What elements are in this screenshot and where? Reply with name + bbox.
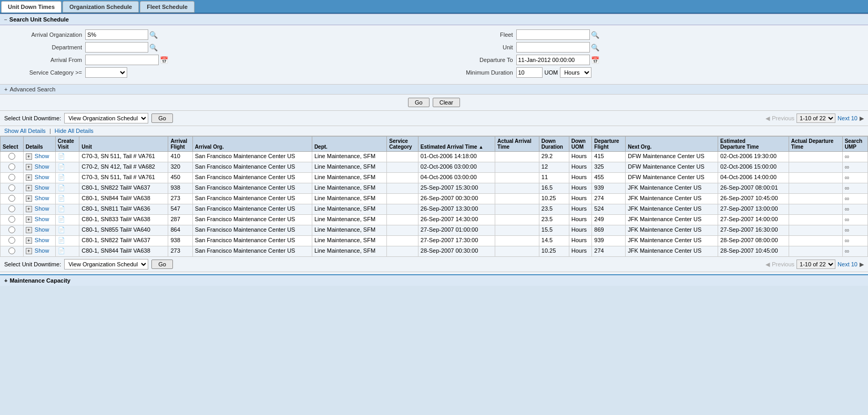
row-expand-icon-9[interactable]: + bbox=[26, 248, 32, 254]
search-toggle-icon[interactable]: − bbox=[4, 17, 7, 23]
row-create-visit-8[interactable]: 📄 bbox=[55, 236, 79, 246]
row-expand-icon-1[interactable]: + bbox=[26, 164, 32, 170]
infinity-icon-8[interactable]: ∞ bbox=[845, 237, 850, 244]
tab-unit-down-times[interactable]: Unit Down Times bbox=[1, 1, 62, 13]
downtime-dropdown-bottom[interactable]: View Organization Schedule bbox=[64, 259, 148, 269]
row-create-visit-7[interactable]: 📄 bbox=[55, 225, 79, 236]
row-select-5[interactable] bbox=[1, 204, 24, 215]
row-select-2[interactable] bbox=[1, 173, 24, 183]
page-range-select-bottom[interactable]: 1-10 of 22 bbox=[796, 260, 835, 269]
row-create-visit-3[interactable]: 📄 bbox=[55, 183, 79, 194]
arrival-org-search-icon[interactable]: 🔍 bbox=[149, 31, 158, 39]
copy-icon-4[interactable]: 📄 bbox=[58, 195, 65, 202]
row-expand-icon-0[interactable]: + bbox=[26, 153, 32, 160]
tab-fleet-schedule[interactable]: Fleet Schedule bbox=[140, 1, 195, 13]
infinity-icon-6[interactable]: ∞ bbox=[845, 216, 850, 223]
departure-to-input[interactable] bbox=[516, 55, 590, 65]
row-search-ump-0[interactable]: ∞ bbox=[842, 152, 867, 162]
row-expand-icon-2[interactable]: + bbox=[26, 174, 32, 181]
show-all-details-link[interactable]: Show All Details bbox=[4, 128, 46, 134]
row-show-link-1[interactable]: Show bbox=[35, 163, 49, 170]
row-expand-icon-8[interactable]: + bbox=[26, 237, 32, 244]
row-search-ump-9[interactable]: ∞ bbox=[842, 246, 867, 257]
clear-button[interactable]: Clear bbox=[433, 98, 460, 107]
copy-icon-1[interactable]: 📄 bbox=[58, 163, 65, 170]
fleet-search-icon[interactable]: 🔍 bbox=[591, 31, 599, 39]
row-search-ump-2[interactable]: ∞ bbox=[842, 173, 867, 183]
tab-organization-schedule[interactable]: Organization Schedule bbox=[63, 1, 139, 13]
maintenance-capacity-header[interactable]: + Maintenance Capacity bbox=[0, 274, 868, 286]
row-search-ump-7[interactable]: ∞ bbox=[842, 225, 867, 236]
copy-icon-6[interactable]: 📄 bbox=[58, 216, 65, 223]
row-select-9[interactable] bbox=[1, 246, 24, 257]
row-show-link-3[interactable]: Show bbox=[35, 184, 49, 191]
previous-link-bottom[interactable]: Previous bbox=[772, 261, 794, 267]
row-select-7[interactable] bbox=[1, 225, 24, 236]
copy-icon-2[interactable]: 📄 bbox=[58, 174, 65, 181]
service-category-select[interactable] bbox=[85, 67, 127, 78]
downtime-go-button[interactable]: Go bbox=[151, 113, 173, 123]
unit-input[interactable] bbox=[516, 42, 590, 53]
copy-icon-7[interactable]: 📄 bbox=[58, 226, 65, 233]
infinity-icon-9[interactable]: ∞ bbox=[845, 247, 850, 255]
row-select-0[interactable] bbox=[1, 152, 24, 162]
fleet-input[interactable] bbox=[516, 29, 590, 40]
infinity-icon-7[interactable]: ∞ bbox=[845, 226, 850, 234]
infinity-icon-1[interactable]: ∞ bbox=[845, 163, 850, 171]
row-select-4[interactable] bbox=[1, 194, 24, 204]
row-show-link-7[interactable]: Show bbox=[35, 226, 49, 233]
row-search-ump-4[interactable]: ∞ bbox=[842, 194, 867, 204]
previous-link-top[interactable]: Previous bbox=[772, 115, 794, 121]
department-input[interactable] bbox=[85, 42, 148, 53]
infinity-icon-5[interactable]: ∞ bbox=[845, 205, 850, 213]
copy-icon-3[interactable]: 📄 bbox=[58, 184, 65, 191]
row-select-8[interactable] bbox=[1, 236, 24, 246]
infinity-icon-0[interactable]: ∞ bbox=[845, 153, 850, 160]
row-search-ump-3[interactable]: ∞ bbox=[842, 183, 867, 194]
hide-all-details-link[interactable]: Hide All Details bbox=[55, 128, 94, 134]
row-search-ump-6[interactable]: ∞ bbox=[842, 215, 867, 225]
copy-icon-0[interactable]: 📄 bbox=[58, 153, 65, 160]
infinity-icon-4[interactable]: ∞ bbox=[845, 195, 850, 202]
row-show-link-2[interactable]: Show bbox=[35, 174, 49, 180]
row-select-6[interactable] bbox=[1, 215, 24, 225]
infinity-icon-3[interactable]: ∞ bbox=[845, 184, 850, 192]
row-select-3[interactable] bbox=[1, 183, 24, 194]
row-expand-icon-3[interactable]: + bbox=[26, 185, 32, 191]
row-show-link-6[interactable]: Show bbox=[35, 216, 49, 222]
downtime-go-button-bottom[interactable]: Go bbox=[151, 260, 173, 269]
row-expand-icon-4[interactable]: + bbox=[26, 195, 32, 202]
row-select-1[interactable] bbox=[1, 162, 24, 173]
row-create-visit-5[interactable]: 📄 bbox=[55, 204, 79, 215]
arrival-from-input[interactable] bbox=[85, 55, 159, 65]
copy-icon-5[interactable]: 📄 bbox=[58, 205, 65, 212]
row-expand-icon-5[interactable]: + bbox=[26, 206, 32, 212]
row-create-visit-2[interactable]: 📄 bbox=[55, 173, 79, 183]
infinity-icon-2[interactable]: ∞ bbox=[845, 174, 850, 181]
department-search-icon[interactable]: 🔍 bbox=[149, 44, 158, 51]
min-duration-input[interactable] bbox=[516, 67, 543, 78]
copy-icon-8[interactable]: 📄 bbox=[58, 237, 65, 244]
arrival-org-input[interactable] bbox=[85, 29, 148, 40]
copy-icon-9[interactable]: 📄 bbox=[58, 247, 65, 254]
row-create-visit-1[interactable]: 📄 bbox=[55, 162, 79, 173]
departure-to-calendar-icon[interactable]: 📅 bbox=[591, 56, 599, 64]
row-show-link-4[interactable]: Show bbox=[35, 195, 49, 201]
row-show-link-8[interactable]: Show bbox=[35, 237, 49, 243]
row-create-visit-6[interactable]: 📄 bbox=[55, 215, 79, 225]
row-create-visit-9[interactable]: 📄 bbox=[55, 246, 79, 257]
row-search-ump-5[interactable]: ∞ bbox=[842, 204, 867, 215]
advanced-search-header[interactable]: + Advanced Search bbox=[0, 85, 868, 95]
page-range-select-top[interactable]: 1-10 of 22 bbox=[796, 113, 835, 123]
row-show-link-5[interactable]: Show bbox=[35, 205, 49, 212]
search-section-header[interactable]: − Search Unit Schedule bbox=[0, 14, 868, 25]
uom-select[interactable]: Hours bbox=[560, 67, 591, 78]
row-show-link-0[interactable]: Show bbox=[35, 153, 49, 159]
row-create-visit-0[interactable]: 📄 bbox=[55, 152, 79, 162]
next-link-top[interactable]: Next 10 bbox=[838, 115, 857, 121]
row-show-link-9[interactable]: Show bbox=[35, 247, 49, 254]
row-expand-icon-7[interactable]: + bbox=[26, 227, 32, 233]
row-expand-icon-6[interactable]: + bbox=[26, 216, 32, 223]
row-create-visit-4[interactable]: 📄 bbox=[55, 194, 79, 204]
row-search-ump-1[interactable]: ∞ bbox=[842, 162, 867, 173]
